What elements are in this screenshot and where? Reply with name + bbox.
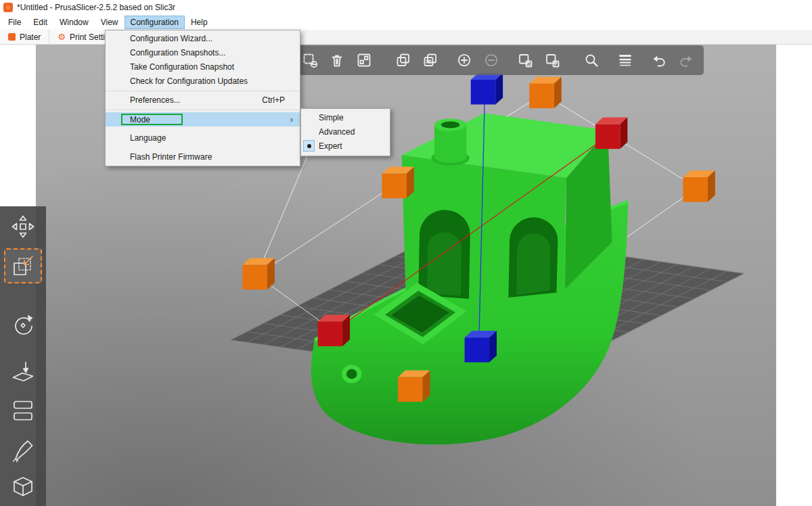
add-instance-icon [456, 52, 472, 68]
arrange-button[interactable] [353, 47, 376, 73]
copy-button[interactable] [392, 47, 415, 73]
copy-icon [395, 52, 411, 68]
title-bar: *Untitled - PrusaSlicer-2.5.2 based on S… [0, 0, 812, 15]
seam-cube-icon [9, 474, 37, 501]
scale-handle-blue[interactable] [471, 73, 503, 105]
undo-icon [651, 52, 667, 68]
left-toolbar [0, 206, 46, 506]
rotate-icon [9, 312, 37, 339]
remove-instance-icon [483, 52, 499, 68]
configuration-menu: Configuration Wizard... Configuration Sn… [105, 30, 300, 166]
move-icon [9, 213, 37, 240]
menu-edit[interactable]: Edit [27, 16, 53, 29]
variable-layer-height-button[interactable] [614, 47, 637, 73]
scale-handle-orange[interactable] [242, 258, 274, 290]
place-on-face-tool-button[interactable] [4, 354, 42, 389]
split-to-parts-button[interactable]: P [541, 47, 564, 73]
scale-handle-blue[interactable] [465, 331, 497, 363]
submenu-item-expert[interactable]: Expert [301, 139, 390, 154]
menu-item-label: Language [130, 133, 166, 143]
mode-submenu: Simple Advanced Expert [300, 108, 390, 156]
scale-handle-red[interactable] [595, 118, 627, 150]
menu-item-flash-printer-firmware[interactable]: Flash Printer Firmware [106, 150, 300, 164]
plater-icon [8, 33, 16, 41]
gear-icon: ⚙ [58, 32, 66, 41]
arrange-icon [356, 52, 372, 68]
add-instance-button[interactable] [453, 47, 476, 73]
menu-item-label: Configuration Snapshots... [130, 48, 225, 58]
submenu-item-advanced[interactable]: Advanced [301, 125, 390, 139]
scale-icon [9, 252, 37, 279]
cut-tool-button[interactable] [4, 393, 42, 428]
menu-item-check-for-configuration-updates[interactable]: Check for Configuration Updates [106, 74, 300, 89]
menu-item-configuration-wizard[interactable]: Configuration Wizard... [106, 32, 300, 46]
menu-file[interactable]: File [2, 16, 27, 29]
seam-tool-button[interactable] [4, 470, 42, 505]
menu-item-language[interactable]: Language [106, 131, 300, 145]
menu-item-label: Flash Printer Firmware [130, 152, 212, 162]
scale-handle-orange[interactable] [382, 167, 413, 199]
paint-brush-icon [9, 436, 37, 463]
menu-window[interactable]: Window [53, 16, 95, 29]
remove-instance-button[interactable] [480, 47, 503, 73]
submenu-item-simple[interactable]: Simple [301, 111, 390, 125]
tab-plater-label: Plater [20, 32, 41, 42]
scale-handle-orange[interactable] [683, 170, 715, 202]
submenu-item-label: Expert [319, 141, 342, 151]
scale-handle-red[interactable] [318, 315, 350, 346]
delete-all-button[interactable] [298, 47, 321, 73]
menu-item-shortcut: Ctrl+P [262, 93, 285, 108]
app-icon [3, 3, 13, 12]
menu-separator [106, 110, 299, 110]
redo-icon [678, 52, 694, 68]
mode-focus-box: Mode [121, 114, 183, 125]
scale-handle-orange[interactable] [398, 370, 430, 402]
move-tool-button[interactable] [4, 209, 42, 244]
menu-item-mode[interactable]: Mode › [106, 112, 300, 127]
scale-handle-orange[interactable] [529, 76, 561, 108]
rotate-tool-button[interactable] [4, 308, 42, 343]
menu-item-label: Mode [130, 115, 150, 124]
paste-icon [422, 52, 438, 68]
split-to-objects-button[interactable]: O [514, 47, 537, 73]
menu-bar: File Edit Window View Configuration Help [0, 15, 812, 30]
paint-on-supports-tool-button[interactable] [4, 432, 42, 467]
menu-item-label: Take Configuration Snapshot [130, 62, 234, 72]
menu-item-label: Configuration Wizard... [130, 34, 212, 43]
submenu-arrow-icon: › [290, 112, 293, 127]
submenu-item-label: Simple [319, 113, 344, 122]
cut-icon [9, 397, 37, 424]
menu-item-preferences[interactable]: Preferences... Ctrl+P [106, 93, 300, 108]
menu-separator [106, 91, 299, 91]
trash-icon [329, 52, 345, 68]
submenu-item-label: Advanced [319, 127, 355, 137]
menu-configuration[interactable]: Configuration [125, 16, 185, 29]
menu-item-take-configuration-snapshot[interactable]: Take Configuration Snapshot [106, 60, 300, 74]
paste-button[interactable] [419, 47, 442, 73]
place-on-face-icon [9, 358, 37, 385]
svg-text:P: P [554, 62, 558, 66]
window-title: *Untitled - PrusaSlicer-2.5.2 based on S… [17, 3, 175, 12]
radio-selected-icon [303, 140, 315, 152]
split-to-objects-icon: O [517, 52, 533, 68]
menu-help[interactable]: Help [185, 16, 214, 29]
redo-button[interactable] [675, 47, 698, 73]
variable-layer-height-icon [617, 52, 633, 68]
menu-item-configuration-snapshots[interactable]: Configuration Snapshots... [106, 46, 300, 60]
menu-view[interactable]: View [95, 16, 125, 29]
delete-all-icon [302, 52, 318, 68]
svg-text:O: O [527, 62, 531, 66]
scale-tool-button[interactable] [4, 248, 42, 283]
menu-item-label: Check for Configuration Updates [130, 76, 248, 86]
menu-item-label: Preferences... [130, 95, 181, 105]
search-button[interactable] [580, 47, 603, 73]
top-toolbar: O P [292, 45, 704, 75]
undo-button[interactable] [648, 47, 671, 73]
split-to-parts-icon: P [544, 52, 560, 68]
search-icon [583, 52, 600, 68]
tab-plater[interactable]: Plater [0, 30, 49, 44]
delete-button[interactable] [325, 47, 348, 73]
